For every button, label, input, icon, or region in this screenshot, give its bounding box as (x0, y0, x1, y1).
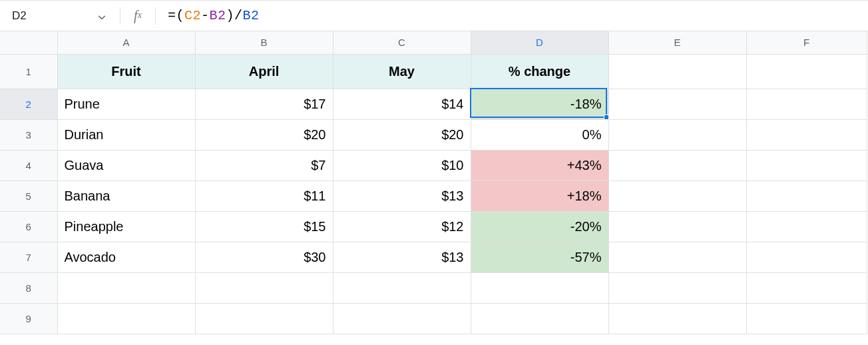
col-header-F[interactable]: F (746, 31, 867, 54)
formula-token: ) (226, 8, 235, 23)
spreadsheet-viewport: D2 fx =(C2-B2)/B2 A B C D E F (0, 0, 868, 345)
cell-F3[interactable] (746, 119, 867, 150)
cell-C5[interactable]: $13 (333, 180, 471, 211)
cell-F2[interactable] (746, 89, 867, 119)
cell-C3[interactable]: $20 (333, 119, 471, 150)
cell-F9[interactable] (746, 303, 867, 334)
select-all-corner[interactable] (0, 31, 57, 54)
cell-B5[interactable]: $11 (195, 180, 333, 211)
formula-token: = (168, 8, 176, 23)
formula-token: / (234, 8, 243, 23)
cell-B1[interactable]: April (195, 54, 333, 89)
cell-A8[interactable] (57, 272, 195, 303)
row-header-5[interactable]: 5 (0, 180, 57, 211)
cell-E5[interactable] (608, 180, 746, 211)
cell-A4[interactable]: Guava (57, 150, 195, 180)
formula-token: C2 (184, 8, 201, 23)
row-header-8[interactable]: 8 (0, 272, 57, 303)
row-header-9[interactable]: 9 (0, 303, 57, 334)
col-header-A[interactable]: A (57, 31, 195, 54)
cell-F5[interactable] (746, 180, 867, 211)
cell-D2[interactable]: -18% (471, 89, 608, 119)
cell-D7[interactable]: -57% (471, 242, 608, 272)
cell-C2[interactable]: $14 (333, 89, 471, 119)
cell-B8[interactable] (195, 272, 333, 303)
row-header-7[interactable]: 7 (0, 242, 57, 272)
cell-A9[interactable] (57, 303, 195, 334)
cell-E2[interactable] (608, 89, 746, 119)
cell-C8[interactable] (333, 272, 471, 303)
cell-E1[interactable] (608, 54, 746, 89)
cell-C9[interactable] (333, 303, 471, 334)
cell-B3[interactable]: $20 (195, 119, 333, 150)
cell-E4[interactable] (608, 150, 746, 180)
cell-D6[interactable]: -20% (471, 211, 608, 242)
row-header-3[interactable]: 3 (0, 119, 57, 150)
cell-A3[interactable]: Durian (57, 119, 195, 150)
cell-C4[interactable]: $10 (333, 150, 471, 180)
cell-A1[interactable]: Fruit (57, 54, 195, 89)
grid: A B C D E F 1 Fruit April May % change 2… (0, 31, 868, 334)
cell-E8[interactable] (608, 272, 746, 303)
cell-F1[interactable] (746, 54, 867, 89)
col-header-B[interactable]: B (195, 31, 333, 54)
cell-A6[interactable]: Pineapple (57, 211, 195, 242)
cell-A7[interactable]: Avocado (57, 242, 195, 272)
cell-B7[interactable]: $30 (195, 242, 333, 272)
cell-E9[interactable] (608, 303, 746, 334)
name-box[interactable]: D2 (0, 1, 120, 31)
formula-token: B2 (243, 8, 260, 23)
cell-D4[interactable]: +43% (471, 150, 608, 180)
row-header-6[interactable]: 6 (0, 211, 57, 242)
cell-D3[interactable]: 0% (471, 119, 608, 150)
cell-B2[interactable]: $17 (195, 89, 333, 119)
cell-F7[interactable] (746, 242, 867, 272)
cell-F6[interactable] (746, 211, 867, 242)
cell-F4[interactable] (746, 150, 867, 180)
formula-bar: D2 fx =(C2-B2)/B2 (0, 1, 868, 31)
name-box-value: D2 (12, 9, 27, 23)
cell-A5[interactable]: Banana (57, 180, 195, 211)
spreadsheet-table[interactable]: A B C D E F 1 Fruit April May % change 2… (0, 31, 867, 334)
row-header-2[interactable]: 2 (0, 89, 57, 119)
col-header-E[interactable]: E (608, 31, 746, 54)
cell-C1[interactable]: May (333, 54, 471, 89)
cell-E6[interactable] (608, 211, 746, 242)
cell-B4[interactable]: $7 (195, 150, 333, 180)
formula-token: - (201, 8, 210, 23)
row-header-4[interactable]: 4 (0, 150, 57, 180)
chevron-down-icon[interactable] (99, 9, 105, 23)
fx-icon[interactable]: fx (120, 8, 155, 23)
formula-token: ( (176, 8, 185, 23)
col-header-D[interactable]: D (471, 31, 608, 54)
col-header-C[interactable]: C (333, 31, 471, 54)
cell-C7[interactable]: $13 (333, 242, 471, 272)
cell-D9[interactable] (471, 303, 608, 334)
cell-E7[interactable] (608, 242, 746, 272)
row-header-1[interactable]: 1 (0, 54, 57, 89)
cell-D1[interactable]: % change (471, 54, 608, 89)
formula-token: B2 (210, 8, 226, 23)
cell-D5[interactable]: +18% (471, 180, 608, 211)
cell-B9[interactable] (195, 303, 333, 334)
cell-B6[interactable]: $15 (195, 211, 333, 242)
cell-E3[interactable] (608, 119, 746, 150)
cell-C6[interactable]: $12 (333, 211, 471, 242)
formula-input[interactable]: =(C2-B2)/B2 (156, 8, 868, 23)
cell-D8[interactable] (471, 272, 608, 303)
cell-F8[interactable] (746, 272, 867, 303)
cell-A2[interactable]: Prune (57, 89, 195, 119)
